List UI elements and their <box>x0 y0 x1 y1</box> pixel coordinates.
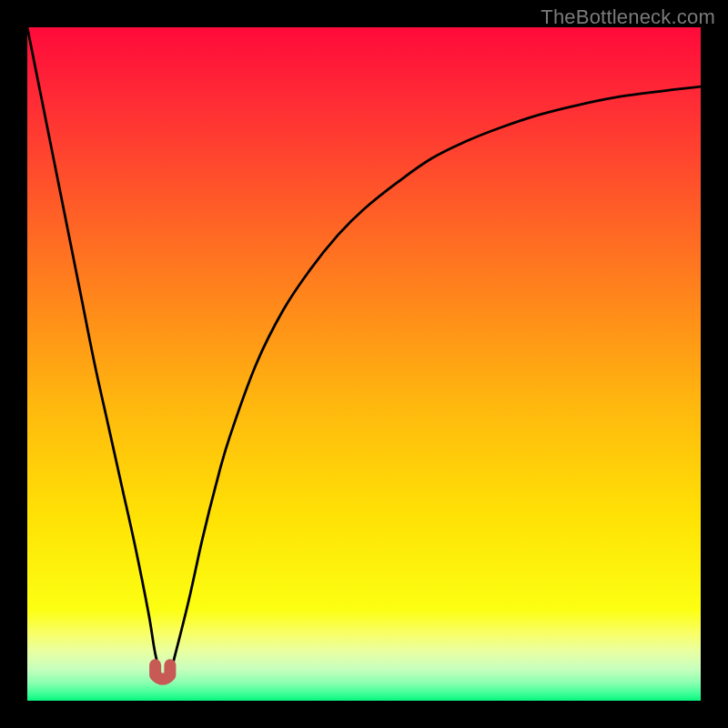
curve-path <box>27 27 701 681</box>
watermark-text: TheBottleneck.com <box>541 5 715 29</box>
plot-area <box>27 27 701 701</box>
bottleneck-curve <box>27 27 701 701</box>
chart-frame: TheBottleneck.com <box>0 0 728 728</box>
optimum-marker <box>156 665 170 680</box>
